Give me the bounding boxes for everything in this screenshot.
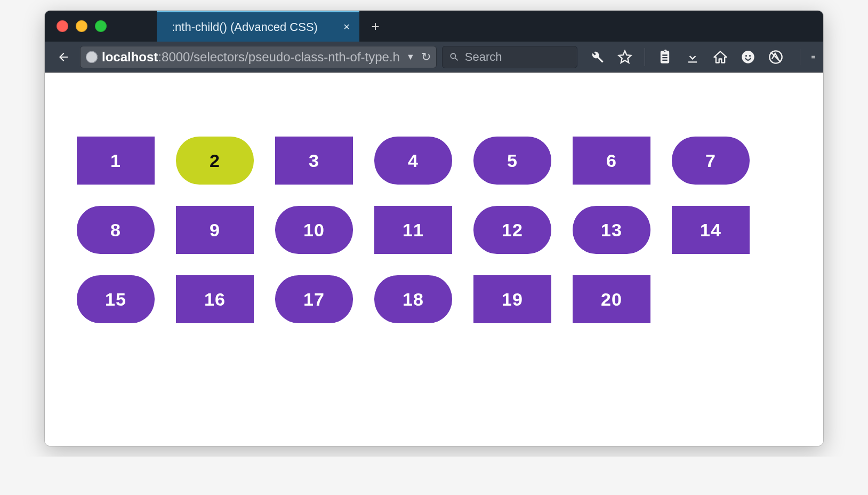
tile-19: 19 — [473, 275, 551, 323]
url-field[interactable]: localhost:8000/selectors/pseudo-class-nt… — [80, 46, 437, 68]
page-content: 1234567891011121314151617181920 — [45, 73, 823, 446]
tile-4: 4 — [374, 137, 452, 185]
tile-11: 11 — [374, 206, 452, 254]
url-host: localhost — [102, 50, 158, 64]
star-icon[interactable] — [617, 49, 633, 65]
url-text: localhost:8000/selectors/pseudo-class-nt… — [102, 50, 400, 65]
window-close-button[interactable] — [57, 20, 68, 32]
tile-1: 1 — [77, 137, 155, 185]
tile-6: 6 — [573, 137, 650, 185]
new-tab-button[interactable]: + — [359, 11, 391, 42]
separator — [645, 48, 645, 66]
svg-point-2 — [749, 55, 751, 57]
tile-8: 8 — [77, 206, 155, 254]
window-zoom-button[interactable] — [95, 20, 107, 32]
search-placeholder: Search — [465, 50, 502, 64]
browser-window: :nth-child() (Advanced CSS) × + localhos… — [45, 11, 823, 446]
tile-9: 9 — [176, 206, 254, 254]
tile-5: 5 — [473, 137, 551, 185]
window-minimize-button[interactable] — [76, 20, 87, 32]
tile-15: 15 — [77, 275, 155, 323]
reload-icon[interactable]: ↻ — [421, 50, 431, 64]
browser-tab-active[interactable]: :nth-child() (Advanced CSS) × — [157, 11, 359, 42]
tab-strip: :nth-child() (Advanced CSS) × + — [157, 11, 823, 42]
tile-12: 12 — [473, 206, 551, 254]
home-icon[interactable] — [712, 49, 728, 65]
tile-20: 20 — [573, 275, 650, 323]
tile-18: 18 — [374, 275, 452, 323]
tile-10: 10 — [275, 206, 353, 254]
svg-point-0 — [742, 51, 754, 63]
plus-icon: + — [371, 18, 379, 35]
tile-2: 2 — [176, 137, 254, 185]
tile-3: 3 — [275, 137, 353, 185]
toolbar: localhost:8000/selectors/pseudo-class-nt… — [45, 42, 823, 73]
tile-grid: 1234567891011121314151617181920 — [77, 137, 791, 323]
search-icon — [449, 52, 460, 62]
back-arrow-icon — [57, 51, 70, 63]
svg-point-1 — [745, 55, 747, 57]
tile-14: 14 — [672, 206, 750, 254]
search-field[interactable]: Search — [442, 46, 577, 68]
tab-close-icon[interactable]: × — [343, 21, 350, 33]
tile-13: 13 — [573, 206, 650, 254]
url-dropdown-icon[interactable]: ▼ — [404, 52, 417, 62]
wrench-icon[interactable] — [589, 49, 605, 65]
menu-icon[interactable] — [800, 49, 816, 65]
style-editor-icon[interactable] — [768, 49, 784, 65]
download-icon[interactable] — [685, 49, 701, 65]
globe-icon — [86, 51, 98, 63]
tile-17: 17 — [275, 275, 353, 323]
back-button[interactable] — [52, 46, 75, 68]
titlebar: :nth-child() (Advanced CSS) × + — [45, 11, 823, 42]
tile-7: 7 — [672, 137, 750, 185]
tab-title: :nth-child() (Advanced CSS) — [172, 20, 318, 34]
tile-16: 16 — [176, 275, 254, 323]
clipboard-icon[interactable] — [657, 49, 673, 65]
smile-icon[interactable] — [740, 49, 756, 65]
toolbar-icons — [583, 48, 816, 66]
url-path: :8000/selectors/pseudo-class-nth-of-type… — [158, 50, 400, 64]
window-controls — [45, 11, 157, 42]
